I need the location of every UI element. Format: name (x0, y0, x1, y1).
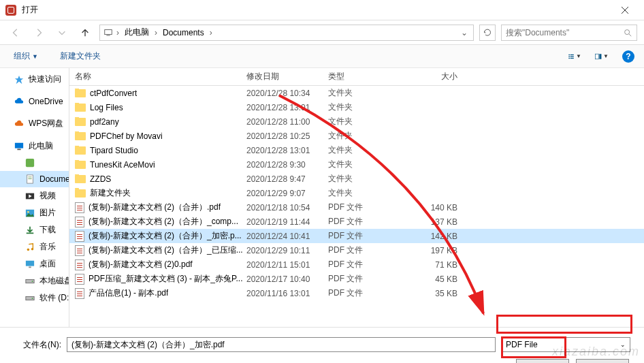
doc-icon (25, 174, 35, 185)
sidebar-item[interactable]: WPS网盘 (0, 115, 69, 132)
close-button[interactable] (611, 0, 639, 20)
file-row[interactable]: Log Files2020/12/28 13:01文件夹 (69, 100, 644, 114)
forward-button[interactable] (30, 24, 48, 42)
file-type: 文件夹 (328, 130, 403, 142)
file-name: pdf2any (90, 117, 119, 127)
view-button[interactable]: ▼ (568, 50, 581, 63)
sidebar-item-label: 桌面 (39, 258, 56, 270)
sidebar-item-label: Docume (39, 174, 69, 184)
file-name: PDF压缩_新建文本文档 (3) - 副本_赤兔P... (88, 273, 242, 285)
open-button[interactable]: 打开(O) (516, 359, 569, 363)
sidebar-sub-item[interactable]: 本地磁盘 (0, 272, 69, 289)
file-size: 197 KB (403, 246, 478, 255)
up-button[interactable] (76, 24, 94, 42)
close-icon (622, 7, 628, 14)
sidebar-sub-item[interactable]: Docume (0, 171, 69, 187)
navbar: › 此电脑 › Documents › ⌄ (0, 20, 644, 45)
file-type: 文件夹 (328, 159, 403, 170)
sidebar-sub-item[interactable]: 桌面 (0, 255, 69, 272)
sidebar-sub-item[interactable]: 软件 (D: (0, 289, 69, 306)
sidebar: 快速访问OneDriveWPS网盘此电脑Docume视频图片下载音乐桌面本地磁盘… (0, 68, 69, 327)
file-date: 2020/12/28 10:25 (246, 131, 328, 141)
file-row[interactable]: TunesKit AceMovi2020/12/28 9:30文件夹 (69, 157, 644, 172)
file-date: 2020/11/16 13:01 (246, 289, 328, 298)
file-row[interactable]: ZZDS2020/12/28 9:47文件夹 (69, 172, 644, 186)
refresh-button[interactable] (479, 25, 496, 41)
cancel-button[interactable]: 取消 (576, 359, 629, 363)
file-row[interactable]: PDF压缩_新建文本文档 (3) - 副本_赤兔P...2020/12/17 1… (69, 272, 644, 286)
breadcrumb-separator: › (208, 28, 214, 37)
folder-icon (75, 89, 86, 97)
col-name[interactable]: 名称 (69, 71, 246, 82)
sidebar-item-label: 图片 (39, 207, 56, 219)
file-row[interactable]: (复制)-新建文本文档 (2)0.pdf2020/12/11 15:01PDF … (69, 257, 644, 272)
file-row[interactable]: pdf2any2020/12/28 11:00文件夹 (69, 114, 644, 129)
search-input[interactable] (506, 28, 623, 37)
sidebar-item-label: 此电脑 (29, 140, 53, 152)
file-name: (复制)-新建文本文档 (2)0.pdf (88, 259, 193, 270)
file-row[interactable]: (复制)-新建文本文档 (2)（合并）.pdf2020/12/18 10:54P… (69, 200, 644, 215)
window-title: 打开 (22, 4, 611, 16)
organize-button[interactable]: 组织 ▼ (10, 49, 42, 63)
file-name: PDFChef by Movavi (90, 131, 163, 141)
recent-dropdown[interactable] (53, 24, 71, 42)
sidebar-sub-item[interactable]: 音乐 (0, 238, 69, 255)
sidebar-item-label: 音乐 (39, 241, 56, 253)
help-button[interactable]: ? (622, 50, 634, 63)
file-type: 文件夹 (328, 101, 403, 113)
file-row[interactable]: (复制)-新建文本文档 (2)（合并）_已压缩...2020/12/29 10:… (69, 243, 644, 257)
desktop-icon (25, 259, 35, 270)
file-row[interactable]: Tipard Studio2020/12/28 13:01文件夹 (69, 143, 644, 157)
cloud-icon (14, 96, 25, 107)
breadcrumb-dropdown[interactable]: ⌄ (458, 28, 470, 37)
svg-point-21 (27, 248, 30, 251)
col-type[interactable]: 类型 (328, 71, 403, 82)
col-date[interactable]: 修改日期 (246, 71, 328, 82)
filename-input[interactable] (67, 337, 496, 352)
file-row[interactable]: PDFChef by Movavi2020/12/28 10:25文件夹 (69, 129, 644, 143)
sidebar-item[interactable]: 快速访问 (0, 71, 69, 88)
arrow-right-icon (34, 28, 44, 37)
file-type: 文件夹 (328, 87, 403, 99)
back-button[interactable] (7, 24, 25, 42)
file-size: 45 KB (403, 274, 478, 284)
breadcrumb-separator: › (115, 28, 120, 37)
sidebar-sub-item[interactable]: 视频 (0, 187, 69, 204)
folder-icon (75, 132, 86, 140)
svg-rect-23 (26, 260, 34, 266)
arrow-up-icon (80, 28, 90, 37)
image-icon (25, 208, 35, 219)
sidebar-sub-item[interactable] (0, 155, 69, 171)
sidebar-sub-item[interactable]: 下载 (0, 221, 69, 238)
sidebar-item[interactable]: OneDrive (0, 93, 69, 110)
new-folder-button[interactable]: 新建文件夹 (56, 49, 105, 63)
file-row[interactable]: (复制)-新建文本文档 (2)（合并）_comp...2020/12/19 11… (69, 215, 644, 229)
file-date: 2020/12/29 10:11 (246, 246, 328, 255)
breadcrumb[interactable]: › 此电脑 › Documents › ⌄ (99, 25, 474, 41)
svg-rect-9 (596, 54, 599, 59)
svg-rect-11 (15, 142, 23, 148)
breadcrumb-root[interactable]: 此电脑 (122, 25, 152, 40)
file-row[interactable]: 产品信息(1) - 副本.pdf2020/11/16 13:01PDF 文件35… (69, 286, 644, 300)
pdf-icon (75, 274, 84, 285)
col-size[interactable]: 大小 (403, 71, 478, 82)
file-row[interactable]: ctPdfConvert2020/12/28 10:34文件夹 (69, 86, 644, 100)
file-row[interactable]: 新建文件夹2020/12/29 9:07文件夹 (69, 186, 644, 200)
file-type: PDF 文件 (328, 244, 403, 256)
svg-rect-15 (28, 177, 31, 178)
file-name: Tipard Studio (90, 146, 138, 155)
sidebar-sub-item[interactable]: 图片 (0, 204, 69, 221)
column-headers: 名称 修改日期 类型 大小 (69, 68, 644, 86)
sidebar-item[interactable]: 此电脑 (0, 138, 69, 155)
file-name: ZZDS (90, 174, 111, 184)
breadcrumb-folder[interactable]: Documents (160, 27, 207, 39)
file-row[interactable]: (复制)-新建文本文档 (2)（合并）_加密.p...2020/12/24 10… (69, 229, 644, 243)
sidebar-item-label: 快速访问 (29, 74, 61, 85)
pdf-icon (75, 288, 84, 299)
file-name: (复制)-新建文本文档 (2)（合并）.pdf (88, 202, 221, 213)
svg-rect-4 (570, 54, 574, 54)
search-box[interactable] (501, 25, 637, 41)
folder-icon (75, 146, 86, 155)
preview-button[interactable]: ▼ (595, 50, 609, 63)
svg-point-19 (27, 210, 29, 212)
